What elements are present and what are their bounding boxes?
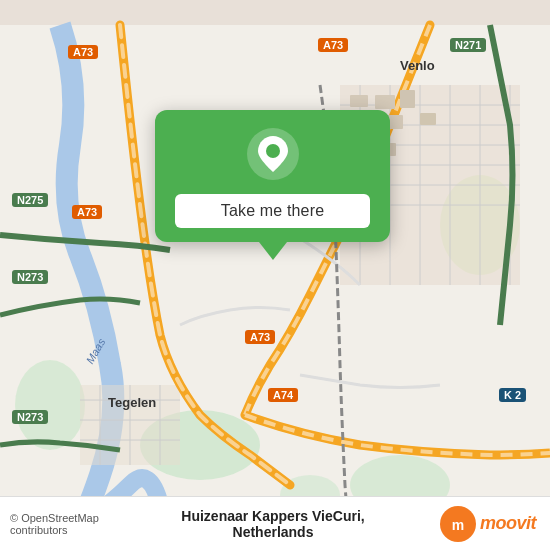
road-label-n275: N275 xyxy=(12,193,48,207)
road-label-n273-top: N273 xyxy=(12,270,48,284)
road-label-a73-mid-left: A73 xyxy=(72,205,102,219)
svg-rect-31 xyxy=(420,113,436,125)
moovit-brand-icon: m xyxy=(440,506,476,542)
road-label-a74: A74 xyxy=(268,388,298,402)
copyright-area: © OpenStreetMap contributors xyxy=(10,512,142,536)
road-label-a73-top-left: A73 xyxy=(68,45,98,59)
take-me-there-button[interactable]: Take me there xyxy=(175,194,370,228)
road-label-a73-center: A73 xyxy=(245,330,275,344)
moovit-brand-text: moovit xyxy=(480,513,536,534)
road-label-n273-btm: N273 xyxy=(12,410,48,424)
svg-point-34 xyxy=(266,144,280,158)
osm-copyright-text: © OpenStreetMap contributors xyxy=(10,512,142,536)
svg-text:m: m xyxy=(452,517,464,533)
location-pin-icon xyxy=(258,136,288,172)
location-pin-icon-wrapper xyxy=(247,128,299,180)
popup-card: Take me there xyxy=(155,110,390,242)
moovit-logo: m moovit xyxy=(405,506,537,542)
bottom-bar: © OpenStreetMap contributors Huizenaar K… xyxy=(0,496,550,550)
svg-point-4 xyxy=(15,360,85,450)
map-container: A73 A73 A73 A73 A74 N271 N275 N273 N273 … xyxy=(0,0,550,550)
location-title: Huizenaar Kappers VieCuri, Netherlands xyxy=(142,508,405,540)
svg-rect-28 xyxy=(400,90,415,108)
road-label-k2: K 2 xyxy=(499,388,526,402)
road-label-a73-top-right: A73 xyxy=(318,38,348,52)
svg-rect-26 xyxy=(350,95,368,107)
svg-rect-27 xyxy=(375,95,395,109)
road-label-n271: N271 xyxy=(450,38,486,52)
map-svg xyxy=(0,0,550,550)
